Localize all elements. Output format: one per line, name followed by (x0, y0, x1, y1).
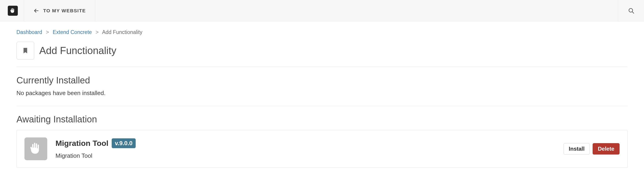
package-card: Migration Tool v.9.0.0 Migration Tool In… (16, 130, 628, 168)
back-to-site-link[interactable]: TO MY WEBSITE (24, 0, 95, 21)
package-version-badge: v.9.0.0 (112, 138, 136, 148)
section-awaiting-title: Awaiting Installation (16, 114, 628, 124)
breadcrumb-item-current: Add Functionality (102, 29, 142, 35)
search-icon (628, 7, 635, 14)
installed-empty-text: No packages have been installed. (16, 90, 628, 97)
topbar: TO MY WEBSITE (0, 0, 644, 21)
section-installed-title: Currently Installed (16, 75, 628, 85)
arrow-left-icon (33, 7, 40, 14)
install-button[interactable]: Install (564, 143, 590, 155)
hand-logo-icon (10, 7, 16, 14)
package-name: Migration Tool (56, 139, 108, 148)
package-text: Migration Tool v.9.0.0 Migration Tool (56, 138, 564, 159)
delete-button[interactable]: Delete (592, 143, 620, 155)
breadcrumb: Dashboard > Extend Concrete > Add Functi… (16, 29, 628, 35)
page-icon-box (16, 42, 34, 59)
svg-line-1 (632, 12, 634, 13)
breadcrumb-item-dashboard[interactable]: Dashboard (16, 29, 42, 35)
search-button[interactable] (618, 0, 644, 21)
hand-logo-icon (28, 142, 43, 156)
logo[interactable] (8, 6, 18, 16)
package-icon (24, 138, 47, 160)
bookmark-icon (22, 46, 29, 55)
package-description: Migration Tool (56, 152, 564, 159)
page-title: Add Functionality (39, 45, 116, 56)
breadcrumb-separator: > (46, 29, 49, 35)
package-title-row: Migration Tool v.9.0.0 (56, 138, 564, 148)
section-divider (16, 106, 628, 106)
back-link-label: TO MY WEBSITE (43, 8, 86, 13)
title-row: Add Functionality (16, 42, 628, 67)
package-actions: Install Delete (564, 143, 620, 155)
breadcrumb-separator: > (96, 29, 98, 35)
breadcrumb-item-extend[interactable]: Extend Concrete (53, 29, 92, 35)
main-content: Dashboard > Extend Concrete > Add Functi… (0, 21, 644, 168)
